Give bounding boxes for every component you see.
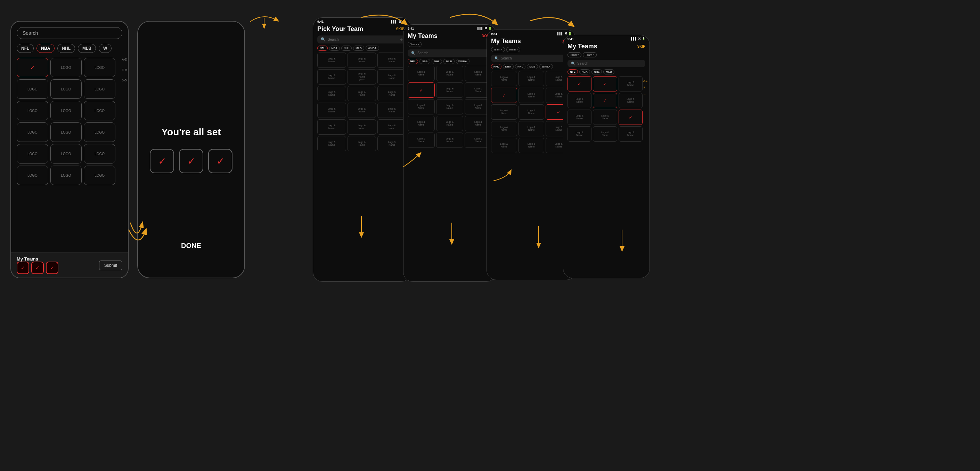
team-6-12[interactable]: Logo &Name bbox=[619, 126, 643, 142]
tab-nhl-4[interactable]: NHL bbox=[432, 59, 442, 64]
tab-nba-3[interactable]: NBA bbox=[329, 46, 340, 51]
tab-nba-5[interactable]: NBA bbox=[503, 64, 514, 69]
league-nba[interactable]: NBA bbox=[37, 44, 54, 53]
tab-wnba-5[interactable]: WNBA bbox=[539, 64, 553, 69]
pill-x-6a[interactable]: × bbox=[578, 53, 579, 56]
team-4-4-selected[interactable]: ✓ bbox=[408, 83, 435, 98]
team-cell-selected[interactable]: ✓ bbox=[17, 58, 48, 77]
pill-x-5b[interactable]: × bbox=[516, 48, 518, 51]
tab-wnba-4[interactable]: WNBA bbox=[456, 59, 469, 64]
filter-pill-team-5b[interactable]: Team × bbox=[506, 47, 520, 52]
team-6-2-sel[interactable]: ✓ bbox=[593, 76, 617, 91]
search-row-5[interactable]: 🔍 Search bbox=[491, 54, 572, 62]
tab-nhl-3[interactable]: NHL bbox=[341, 46, 352, 51]
tab-nfl-5[interactable]: NFL bbox=[491, 64, 501, 69]
team-c-7[interactable]: Logo &Name bbox=[317, 86, 346, 101]
filter-pill-team-6b[interactable]: Team × bbox=[583, 52, 597, 57]
skip-button-6[interactable]: SKIP bbox=[637, 45, 645, 48]
team-6-8[interactable]: Logo &Name bbox=[593, 110, 617, 125]
search-row-4[interactable]: 🔍 Search bbox=[408, 49, 492, 57]
team-cell-5[interactable]: LOGO bbox=[50, 79, 82, 99]
team-cell-12[interactable]: LOGO bbox=[84, 123, 115, 142]
team-cell-13[interactable]: LOGO bbox=[17, 144, 48, 163]
league-nhl[interactable]: NHL bbox=[57, 44, 75, 53]
team-cell-2[interactable]: LOGO bbox=[50, 58, 82, 77]
team-4-2[interactable]: Logo &Name bbox=[436, 66, 463, 81]
team-4-11[interactable]: Logo &Name bbox=[436, 116, 463, 131]
tab-nfl-3[interactable]: NFL bbox=[317, 46, 328, 51]
tab-nba-6[interactable]: NBA bbox=[579, 69, 590, 75]
team-6-4[interactable]: Logo &Name bbox=[568, 93, 592, 108]
team-5-8[interactable]: Logo &Name bbox=[519, 104, 544, 120]
league-w[interactable]: W bbox=[99, 44, 111, 53]
team-c-10[interactable]: Logo &Name bbox=[317, 103, 346, 118]
team-c-17[interactable]: Logo &Name bbox=[347, 136, 376, 151]
team-cell-11[interactable]: LOGO bbox=[50, 123, 82, 142]
team-c-12[interactable]: Logo &Name bbox=[377, 103, 406, 118]
team-6-7[interactable]: Logo &Name bbox=[568, 110, 592, 125]
tab-mlb-5[interactable]: MLB bbox=[527, 64, 538, 69]
team-5-1[interactable]: Logo &Name bbox=[491, 71, 517, 86]
tab-wnba-3[interactable]: WNBA bbox=[366, 46, 379, 51]
team-cell-17[interactable]: LOGO bbox=[50, 166, 82, 185]
search-bar[interactable]: Search bbox=[17, 27, 123, 39]
team-5-5[interactable]: Logo &Name bbox=[519, 88, 544, 103]
team-cell-14[interactable]: LOGO bbox=[50, 144, 82, 163]
tab-nhl-5[interactable]: NHL bbox=[515, 64, 525, 69]
team-cell-8[interactable]: LOGO bbox=[50, 101, 82, 120]
team-4-5[interactable]: Logo &Name bbox=[436, 83, 463, 98]
team-5-2[interactable]: Logo &Name bbox=[519, 71, 544, 86]
team-4-14[interactable]: Logo &Name bbox=[436, 133, 463, 148]
team-5-4-sel[interactable]: ✓ bbox=[491, 88, 517, 103]
team-4-7[interactable]: Logo &Name bbox=[408, 99, 435, 115]
team-cell-15[interactable]: LOGO bbox=[84, 144, 115, 163]
tab-mlb-3[interactable]: MLB bbox=[353, 46, 364, 51]
team-5-14[interactable]: Logo &Name bbox=[519, 138, 544, 153]
tab-mlb-4[interactable]: MLB bbox=[444, 59, 454, 64]
done-button[interactable]: DONE bbox=[181, 242, 201, 250]
search-row-3[interactable]: 🔍 Search ⊘ bbox=[317, 35, 406, 43]
filter-pill-team-4[interactable]: Team × bbox=[408, 42, 422, 47]
search-row-6[interactable]: 🔍 Search bbox=[568, 60, 645, 67]
team-c-1[interactable]: Logo &Name bbox=[317, 53, 346, 68]
team-cell-4[interactable]: LOGO bbox=[17, 79, 48, 99]
team-4-8[interactable]: Logo &Name bbox=[436, 99, 463, 115]
tab-nfl-4[interactable]: NFL bbox=[408, 59, 418, 64]
team-c-9[interactable]: Logo &Name bbox=[377, 86, 406, 101]
team-c-13[interactable]: Logo &Name bbox=[317, 119, 346, 135]
filter-pill-team-5a[interactable]: Team × bbox=[491, 47, 505, 52]
league-mlb[interactable]: MLB bbox=[78, 44, 96, 53]
team-4-10[interactable]: Logo &Name bbox=[408, 116, 435, 131]
team-cell-3[interactable]: LOGO bbox=[84, 58, 115, 77]
team-5-7[interactable]: Logo &Name bbox=[491, 104, 517, 120]
team-4-13[interactable]: Logo &Name bbox=[408, 133, 435, 148]
tab-nhl-6[interactable]: NHL bbox=[592, 69, 602, 75]
pill-x-6b[interactable]: × bbox=[593, 53, 595, 56]
team-5-13[interactable]: Logo &Name bbox=[491, 138, 517, 153]
team-6-3[interactable]: Logo &Name bbox=[619, 76, 643, 91]
tab-nba-4[interactable]: NBA bbox=[420, 59, 430, 64]
team-c-16[interactable]: Logo &Name bbox=[317, 136, 346, 151]
team-cell-18[interactable]: LOGO bbox=[84, 166, 115, 185]
team-6-10[interactable]: Logo &Name bbox=[568, 126, 592, 142]
team-cell-10[interactable]: LOGO bbox=[17, 123, 48, 142]
team-cell-6[interactable]: LOGO bbox=[84, 79, 115, 99]
team-6-11[interactable]: Logo &Name bbox=[593, 126, 617, 142]
team-6-9-sel[interactable]: ✓ bbox=[619, 110, 643, 125]
team-c-6[interactable]: Logo &Name bbox=[377, 69, 406, 85]
team-c-15[interactable]: Logo &Name bbox=[377, 119, 406, 135]
league-nfl[interactable]: NFL bbox=[17, 44, 34, 53]
pill-x-4[interactable]: × bbox=[418, 43, 420, 46]
team-6-6[interactable]: Logo &Name bbox=[619, 93, 643, 108]
team-cell-16[interactable]: LOGO bbox=[17, 166, 48, 185]
tab-nfl-6[interactable]: NFL bbox=[568, 69, 578, 75]
team-5-11[interactable]: Logo &Name bbox=[519, 121, 544, 136]
team-cell-7[interactable]: LOGO bbox=[17, 101, 48, 120]
team-5-10[interactable]: Logo &Name bbox=[491, 121, 517, 136]
team-c-3[interactable]: Logo &Name bbox=[377, 53, 406, 68]
team-c-4[interactable]: Logo &Name bbox=[317, 69, 346, 85]
team-c-8[interactable]: Logo &Name bbox=[347, 86, 376, 101]
tab-mlb-6[interactable]: MLB bbox=[603, 69, 614, 75]
pill-x-5a[interactable]: × bbox=[501, 48, 503, 51]
submit-button[interactable]: Submit bbox=[99, 260, 123, 270]
